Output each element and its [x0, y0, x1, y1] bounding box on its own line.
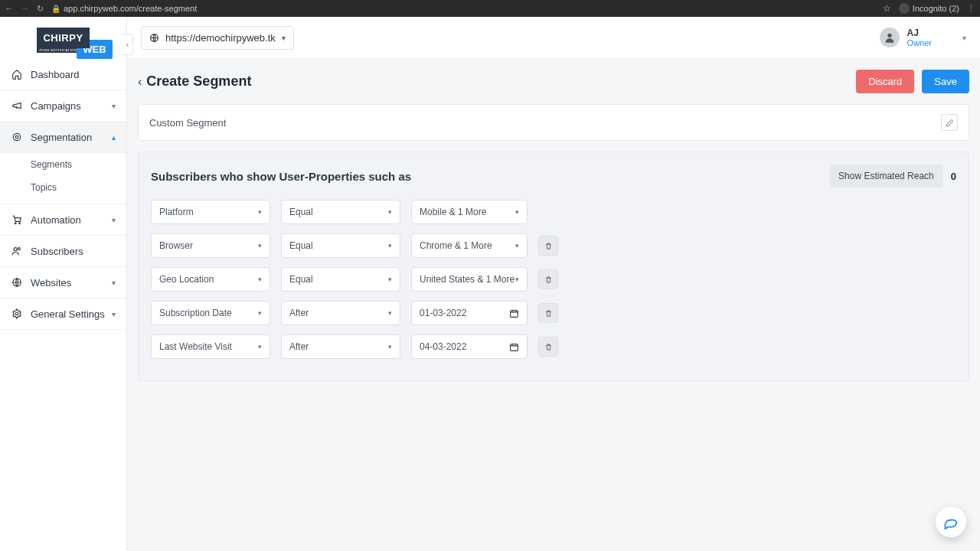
save-button[interactable]: Save	[922, 70, 969, 93]
bookmark-icon[interactable]: ☆	[883, 3, 891, 14]
sidebar-item-campaigns[interactable]: Campaigns ▾	[0, 90, 126, 122]
sidebar-item-label: Dashboard	[31, 69, 80, 80]
rule-value-select[interactable]: Mobile & 1 More▾	[411, 200, 528, 224]
site-selector-value: https://demochirpyweb.tk	[165, 32, 276, 44]
chevron-down-icon: ▾	[258, 208, 262, 216]
sidebar-item-websites[interactable]: Websites ▾	[0, 267, 126, 298]
rule-value-select[interactable]: United States & 1 More▾	[411, 267, 528, 292]
rule-row: Geo Location▾Equal▾United States & 1 Mor…	[151, 267, 956, 292]
site-selector[interactable]: https://demochirpyweb.tk ▾	[141, 26, 294, 50]
globe-icon	[11, 276, 23, 289]
gear-icon	[11, 308, 23, 320]
back-icon[interactable]: ‹	[138, 75, 142, 89]
chevron-down-icon: ▾	[388, 343, 392, 350]
sidebar-item-label: General Settings	[31, 308, 105, 320]
chevron-down-icon: ▾	[258, 242, 262, 249]
user-name: AJ	[907, 28, 932, 38]
incognito-badge[interactable]: Incognito (2)	[899, 3, 959, 14]
sidebar-item-label: Campaigns	[31, 100, 81, 112]
chevron-down-icon: ▾	[112, 279, 116, 287]
svg-point-2	[15, 223, 16, 224]
rule-property-select[interactable]: Subscription Date▾	[151, 301, 270, 325]
chevron-up-icon: ▴	[112, 133, 116, 142]
sidebar-item-subscribers[interactable]: Subscribers	[0, 236, 126, 267]
sidebar-item-label: Subscribers	[31, 246, 83, 257]
target-icon	[11, 131, 23, 143]
svg-point-3	[19, 223, 21, 224]
home-icon	[11, 68, 23, 80]
calendar-icon	[509, 308, 519, 318]
user-menu[interactable]: AJ Owner ▾	[880, 28, 966, 47]
svg-point-4	[14, 248, 17, 251]
rule-property-select[interactable]: Browser▾	[151, 233, 270, 258]
reach-count: 0	[951, 171, 956, 182]
rule-delete-button[interactable]	[538, 303, 558, 323]
chevron-down-icon: ▾	[258, 276, 262, 283]
svg-point-1	[15, 135, 18, 139]
cart-icon	[11, 214, 23, 226]
browser-chrome: ← → ↻ 🔒 app.chirpyweb.com/create-segment…	[0, 0, 980, 17]
globe-icon	[149, 33, 159, 43]
reload-icon[interactable]: ↻	[37, 4, 44, 14]
back-icon[interactable]: ←	[5, 4, 13, 13]
user-role: Owner	[907, 38, 932, 47]
chevron-down-icon: ▾	[388, 208, 392, 216]
rule-property-select[interactable]: Last Website Visit▾	[151, 334, 270, 359]
topbar: https://demochirpyweb.tk ▾ AJ Owner ▾	[127, 17, 980, 59]
chevron-down-icon: ▾	[112, 102, 116, 110]
chevron-down-icon: ▾	[515, 242, 519, 249]
avatar	[880, 28, 900, 47]
edit-icon[interactable]	[941, 114, 958, 131]
segment-name-row: Custom Segment	[138, 104, 969, 141]
rule-operator-select[interactable]: Equal▾	[281, 200, 400, 224]
sidebar-item-label: Segmentation	[31, 132, 92, 143]
sidebar: CHIRPY PUSH NOTIFICATIONS WEB Dashboard …	[0, 17, 127, 551]
kebab-menu-icon[interactable]: ⋮	[967, 4, 975, 14]
chevron-down-icon: ▾	[515, 276, 519, 283]
users-icon	[11, 245, 23, 257]
rule-operator-select[interactable]: Equal▾	[281, 267, 400, 292]
rule-row: Platform▾Equal▾Mobile & 1 More▾	[151, 200, 956, 224]
sidebar-subitem-topics[interactable]: Topics	[0, 176, 126, 199]
sidebar-subitem-segments[interactable]: Segments	[0, 153, 126, 176]
calendar-icon	[509, 342, 519, 352]
chat-fab[interactable]	[936, 507, 966, 537]
rule-delete-button[interactable]	[538, 337, 558, 357]
rule-delete-button[interactable]	[538, 236, 558, 256]
rule-date-input[interactable]: 04-03-2022	[411, 334, 528, 359]
rule-operator-select[interactable]: Equal▾	[281, 233, 400, 258]
rule-operator-select[interactable]: After▾	[281, 334, 400, 359]
discard-button[interactable]: Discard	[856, 70, 914, 93]
lock-icon: 🔒	[51, 5, 60, 13]
show-estimated-reach-button[interactable]: Show Estimated Reach	[829, 165, 943, 187]
svg-point-7	[15, 312, 18, 315]
svg-rect-10	[511, 310, 518, 317]
chevron-down-icon: ▾	[388, 309, 392, 317]
sidebar-item-segmentation[interactable]: Segmentation ▴	[0, 122, 126, 153]
chevron-down-icon: ▾	[282, 34, 286, 42]
sidebar-collapse-handle[interactable]: ‹	[122, 34, 133, 55]
megaphone-icon	[11, 99, 23, 112]
rule-property-select[interactable]: Platform▾	[151, 200, 270, 224]
rule-operator-select[interactable]: After▾	[281, 301, 400, 325]
sidebar-item-automation[interactable]: Automation ▾	[0, 204, 126, 236]
sidebar-item-dashboard[interactable]: Dashboard	[0, 59, 126, 90]
chevron-down-icon: ▾	[258, 309, 262, 317]
sidebar-item-general-settings[interactable]: General Settings ▾	[0, 298, 126, 330]
chevron-down-icon: ▾	[258, 343, 262, 350]
chevron-down-icon: ▾	[515, 208, 519, 216]
svg-point-0	[13, 133, 20, 140]
rule-value-select[interactable]: Chrome & 1 More▾	[411, 233, 528, 258]
rules-subtitle: Subscribers who show User-Properties suc…	[151, 170, 411, 183]
rule-date-input[interactable]: 01-03-2022	[411, 301, 528, 325]
address-bar[interactable]: app.chirpyweb.com/create-segment	[64, 4, 883, 13]
rule-property-select[interactable]: Geo Location▾	[151, 267, 270, 292]
logo: CHIRPY PUSH NOTIFICATIONS WEB	[0, 17, 126, 59]
forward-icon[interactable]: →	[21, 4, 29, 13]
page-title: Create Segment	[146, 73, 251, 90]
chevron-down-icon: ▾	[388, 276, 392, 283]
chevron-down-icon: ▾	[962, 34, 966, 42]
sidebar-item-label: Websites	[31, 277, 71, 289]
rule-row: Last Website Visit▾After▾04-03-2022	[151, 334, 956, 359]
rule-delete-button[interactable]	[538, 269, 558, 289]
